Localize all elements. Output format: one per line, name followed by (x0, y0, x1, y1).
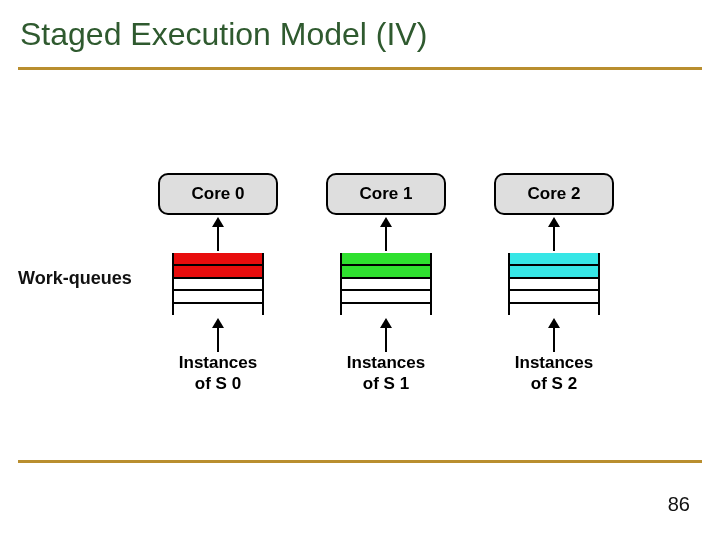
arrow-core2-up-icon (552, 217, 556, 251)
core-0-box: Core 0 (158, 173, 278, 215)
instances-2-label: Instances of S 2 (484, 352, 624, 395)
queue-1 (340, 253, 432, 315)
queue-2 (508, 253, 600, 315)
arrow-queue0-up-icon (216, 318, 220, 352)
queue-2-row (510, 264, 598, 277)
bottom-divider (18, 460, 702, 463)
queue-0-row (174, 253, 262, 264)
core-2-box: Core 2 (494, 173, 614, 215)
queue-1-row (342, 253, 430, 264)
core-0-label: Core 0 (192, 184, 245, 204)
top-divider (18, 67, 702, 70)
queue-0-row (174, 289, 262, 302)
instances-1-line1: Instances (347, 353, 425, 372)
instances-1-label: Instances of S 1 (316, 352, 456, 395)
queue-0 (172, 253, 264, 315)
queue-1-row (342, 264, 430, 277)
instances-0-line2: of S 0 (195, 374, 241, 393)
slide-title: Staged Execution Model (IV) (20, 16, 427, 53)
instances-0-line1: Instances (179, 353, 257, 372)
queue-2-row (510, 289, 598, 302)
svg-marker-7 (380, 318, 392, 328)
work-queues-label: Work-queues (18, 268, 132, 289)
svg-marker-5 (380, 217, 392, 227)
arrow-queue2-up-icon (552, 318, 556, 352)
queue-0-row (174, 302, 262, 315)
arrow-core1-up-icon (384, 217, 388, 251)
svg-marker-11 (548, 318, 560, 328)
core-1-box: Core 1 (326, 173, 446, 215)
instances-2-line1: Instances (515, 353, 593, 372)
queue-1-row (342, 302, 430, 315)
queue-2-row (510, 253, 598, 264)
queue-0-row (174, 277, 262, 290)
queue-0-row (174, 264, 262, 277)
arrow-core0-up-icon (216, 217, 220, 251)
arrow-queue1-up-icon (384, 318, 388, 352)
queue-2-row (510, 302, 598, 315)
core-1-label: Core 1 (360, 184, 413, 204)
instances-0-label: Instances of S 0 (148, 352, 288, 395)
queue-2-row (510, 277, 598, 290)
svg-marker-1 (212, 217, 224, 227)
svg-marker-9 (548, 217, 560, 227)
page-number: 86 (668, 493, 690, 516)
queue-1-row (342, 277, 430, 290)
instances-1-line2: of S 1 (363, 374, 409, 393)
core-2-label: Core 2 (528, 184, 581, 204)
instances-2-line2: of S 2 (531, 374, 577, 393)
svg-marker-3 (212, 318, 224, 328)
queue-1-row (342, 289, 430, 302)
